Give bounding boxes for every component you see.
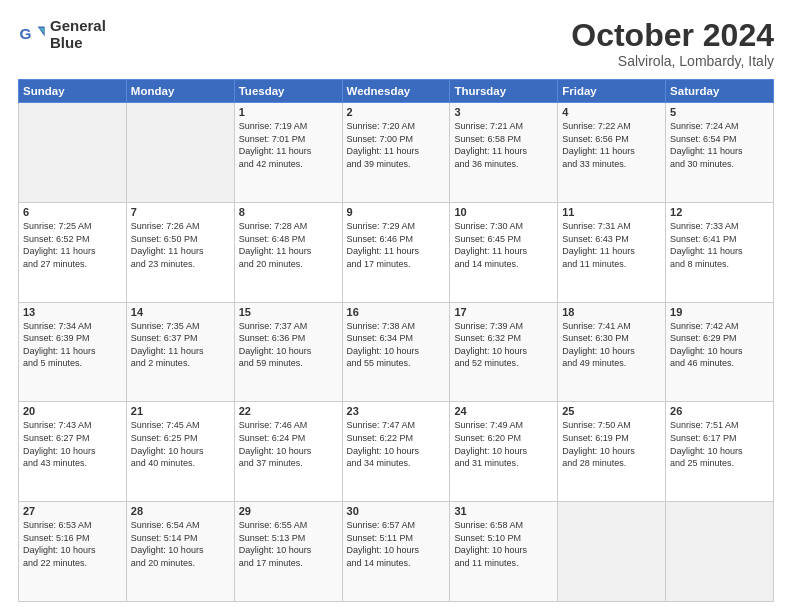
table-row: 18Sunrise: 7:41 AM Sunset: 6:30 PM Dayli… (558, 302, 666, 402)
col-thursday: Thursday (450, 80, 558, 103)
logo-line2: Blue (50, 35, 106, 52)
calendar-header-row: Sunday Monday Tuesday Wednesday Thursday… (19, 80, 774, 103)
cell-info: Sunrise: 7:51 AM Sunset: 6:17 PM Dayligh… (670, 419, 769, 469)
table-row: 24Sunrise: 7:49 AM Sunset: 6:20 PM Dayli… (450, 402, 558, 502)
cell-day-number: 26 (670, 405, 769, 417)
table-row: 7Sunrise: 7:26 AM Sunset: 6:50 PM Daylig… (126, 202, 234, 302)
cell-day-number: 23 (347, 405, 446, 417)
table-row: 4Sunrise: 7:22 AM Sunset: 6:56 PM Daylig… (558, 103, 666, 203)
table-row (558, 502, 666, 602)
table-row: 8Sunrise: 7:28 AM Sunset: 6:48 PM Daylig… (234, 202, 342, 302)
cell-day-number: 13 (23, 306, 122, 318)
cell-day-number: 3 (454, 106, 553, 118)
table-row: 1Sunrise: 7:19 AM Sunset: 7:01 PM Daylig… (234, 103, 342, 203)
logo-icon: G (18, 21, 46, 49)
cell-info: Sunrise: 7:38 AM Sunset: 6:34 PM Dayligh… (347, 320, 446, 370)
cell-info: Sunrise: 7:26 AM Sunset: 6:50 PM Dayligh… (131, 220, 230, 270)
cell-info: Sunrise: 6:55 AM Sunset: 5:13 PM Dayligh… (239, 519, 338, 569)
cell-info: Sunrise: 7:19 AM Sunset: 7:01 PM Dayligh… (239, 120, 338, 170)
cell-info: Sunrise: 7:50 AM Sunset: 6:19 PM Dayligh… (562, 419, 661, 469)
cell-info: Sunrise: 7:46 AM Sunset: 6:24 PM Dayligh… (239, 419, 338, 469)
cell-info: Sunrise: 7:30 AM Sunset: 6:45 PM Dayligh… (454, 220, 553, 270)
table-row: 22Sunrise: 7:46 AM Sunset: 6:24 PM Dayli… (234, 402, 342, 502)
cell-day-number: 20 (23, 405, 122, 417)
cell-day-number: 1 (239, 106, 338, 118)
table-row: 21Sunrise: 7:45 AM Sunset: 6:25 PM Dayli… (126, 402, 234, 502)
table-row: 11Sunrise: 7:31 AM Sunset: 6:43 PM Dayli… (558, 202, 666, 302)
table-row: 2Sunrise: 7:20 AM Sunset: 7:00 PM Daylig… (342, 103, 450, 203)
cell-day-number: 31 (454, 505, 553, 517)
cell-day-number: 19 (670, 306, 769, 318)
cell-info: Sunrise: 7:33 AM Sunset: 6:41 PM Dayligh… (670, 220, 769, 270)
table-row: 10Sunrise: 7:30 AM Sunset: 6:45 PM Dayli… (450, 202, 558, 302)
col-monday: Monday (126, 80, 234, 103)
calendar-table: Sunday Monday Tuesday Wednesday Thursday… (18, 79, 774, 602)
cell-day-number: 10 (454, 206, 553, 218)
table-row: 29Sunrise: 6:55 AM Sunset: 5:13 PM Dayli… (234, 502, 342, 602)
cell-info: Sunrise: 6:54 AM Sunset: 5:14 PM Dayligh… (131, 519, 230, 569)
table-row: 30Sunrise: 6:57 AM Sunset: 5:11 PM Dayli… (342, 502, 450, 602)
page: G General Blue October 2024 Salvirola, L… (0, 0, 792, 612)
table-row: 31Sunrise: 6:58 AM Sunset: 5:10 PM Dayli… (450, 502, 558, 602)
calendar-week-1: 1Sunrise: 7:19 AM Sunset: 7:01 PM Daylig… (19, 103, 774, 203)
cell-info: Sunrise: 6:57 AM Sunset: 5:11 PM Dayligh… (347, 519, 446, 569)
cell-info: Sunrise: 7:45 AM Sunset: 6:25 PM Dayligh… (131, 419, 230, 469)
table-row: 13Sunrise: 7:34 AM Sunset: 6:39 PM Dayli… (19, 302, 127, 402)
cell-day-number: 15 (239, 306, 338, 318)
table-row: 20Sunrise: 7:43 AM Sunset: 6:27 PM Dayli… (19, 402, 127, 502)
svg-marker-2 (39, 28, 45, 34)
cell-info: Sunrise: 7:41 AM Sunset: 6:30 PM Dayligh… (562, 320, 661, 370)
col-friday: Friday (558, 80, 666, 103)
svg-text:G: G (19, 25, 31, 42)
cell-info: Sunrise: 7:31 AM Sunset: 6:43 PM Dayligh… (562, 220, 661, 270)
cell-day-number: 24 (454, 405, 553, 417)
cell-info: Sunrise: 7:34 AM Sunset: 6:39 PM Dayligh… (23, 320, 122, 370)
header: G General Blue October 2024 Salvirola, L… (18, 18, 774, 69)
logo: G General Blue (18, 18, 106, 51)
table-row: 19Sunrise: 7:42 AM Sunset: 6:29 PM Dayli… (666, 302, 774, 402)
table-row: 26Sunrise: 7:51 AM Sunset: 6:17 PM Dayli… (666, 402, 774, 502)
cell-day-number: 21 (131, 405, 230, 417)
table-row: 28Sunrise: 6:54 AM Sunset: 5:14 PM Dayli… (126, 502, 234, 602)
table-row: 15Sunrise: 7:37 AM Sunset: 6:36 PM Dayli… (234, 302, 342, 402)
cell-info: Sunrise: 7:24 AM Sunset: 6:54 PM Dayligh… (670, 120, 769, 170)
cell-day-number: 14 (131, 306, 230, 318)
table-row (666, 502, 774, 602)
table-row (126, 103, 234, 203)
cell-info: Sunrise: 7:49 AM Sunset: 6:20 PM Dayligh… (454, 419, 553, 469)
col-wednesday: Wednesday (342, 80, 450, 103)
cell-info: Sunrise: 7:39 AM Sunset: 6:32 PM Dayligh… (454, 320, 553, 370)
table-row: 6Sunrise: 7:25 AM Sunset: 6:52 PM Daylig… (19, 202, 127, 302)
calendar-week-2: 6Sunrise: 7:25 AM Sunset: 6:52 PM Daylig… (19, 202, 774, 302)
cell-day-number: 11 (562, 206, 661, 218)
table-row: 9Sunrise: 7:29 AM Sunset: 6:46 PM Daylig… (342, 202, 450, 302)
calendar-week-3: 13Sunrise: 7:34 AM Sunset: 6:39 PM Dayli… (19, 302, 774, 402)
cell-info: Sunrise: 7:25 AM Sunset: 6:52 PM Dayligh… (23, 220, 122, 270)
calendar-week-4: 20Sunrise: 7:43 AM Sunset: 6:27 PM Dayli… (19, 402, 774, 502)
cell-day-number: 18 (562, 306, 661, 318)
month-title: October 2024 (571, 18, 774, 53)
cell-info: Sunrise: 7:42 AM Sunset: 6:29 PM Dayligh… (670, 320, 769, 370)
cell-info: Sunrise: 7:37 AM Sunset: 6:36 PM Dayligh… (239, 320, 338, 370)
cell-day-number: 28 (131, 505, 230, 517)
table-row: 12Sunrise: 7:33 AM Sunset: 6:41 PM Dayli… (666, 202, 774, 302)
cell-day-number: 25 (562, 405, 661, 417)
cell-day-number: 22 (239, 405, 338, 417)
table-row (19, 103, 127, 203)
logo-line1: General (50, 18, 106, 35)
col-saturday: Saturday (666, 80, 774, 103)
logo-text: General Blue (50, 18, 106, 51)
col-sunday: Sunday (19, 80, 127, 103)
table-row: 5Sunrise: 7:24 AM Sunset: 6:54 PM Daylig… (666, 103, 774, 203)
cell-day-number: 5 (670, 106, 769, 118)
col-tuesday: Tuesday (234, 80, 342, 103)
cell-day-number: 9 (347, 206, 446, 218)
location: Salvirola, Lombardy, Italy (571, 53, 774, 69)
table-row: 25Sunrise: 7:50 AM Sunset: 6:19 PM Dayli… (558, 402, 666, 502)
table-row: 27Sunrise: 6:53 AM Sunset: 5:16 PM Dayli… (19, 502, 127, 602)
cell-info: Sunrise: 7:47 AM Sunset: 6:22 PM Dayligh… (347, 419, 446, 469)
cell-day-number: 8 (239, 206, 338, 218)
cell-day-number: 4 (562, 106, 661, 118)
cell-info: Sunrise: 7:29 AM Sunset: 6:46 PM Dayligh… (347, 220, 446, 270)
cell-info: Sunrise: 6:53 AM Sunset: 5:16 PM Dayligh… (23, 519, 122, 569)
